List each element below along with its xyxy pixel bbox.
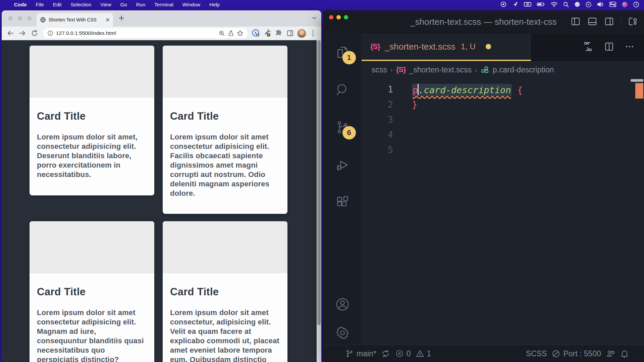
card-title: Card Title (170, 286, 280, 298)
bookmark-star-icon[interactable] (237, 30, 244, 37)
error-count: 0 (407, 349, 411, 358)
toggle-sidebar-icon[interactable] (571, 16, 581, 26)
tab-decoration: 1, U (461, 42, 476, 51)
browser-window: Shorten Text With CSS 127.0.0.1:5500/ind… (2, 10, 321, 362)
scrollbar-thumb[interactable] (317, 40, 321, 325)
clock-icon[interactable] (633, 1, 639, 8)
scrollbar-thumb[interactable] (631, 79, 643, 82)
menu-run[interactable]: Run (136, 2, 146, 7)
warnings-status[interactable]: 1 (416, 349, 431, 358)
control-center-icon[interactable] (609, 1, 616, 7)
run-debug-icon[interactable] (333, 156, 352, 174)
window-close-button[interactable] (8, 16, 13, 20)
window-zoom-button[interactable] (27, 16, 32, 20)
card-title: Card Title (170, 110, 280, 122)
code-editor[interactable]: 1 p.card-description { 2 } 3 4 5 (362, 78, 644, 345)
vscode-title-bar[interactable]: _shorten-text.scss — shorten-text-css (323, 10, 644, 34)
menu-go[interactable]: Go (120, 2, 127, 7)
source-control-icon[interactable]: 6 (333, 118, 352, 137)
siri-icon[interactable] (622, 1, 628, 8)
explorer-icon[interactable]: 1 (333, 43, 352, 62)
menu-view[interactable]: View (100, 2, 111, 7)
page-scrollbar[interactable] (317, 40, 321, 362)
card-image-placeholder (30, 46, 154, 98)
line-number: 1 (362, 84, 393, 95)
code-selector-class: .card-description (418, 85, 511, 95)
chevron-right-icon: › (475, 66, 477, 74)
window-zoom-button[interactable] (344, 15, 348, 19)
overflow-menu-icon[interactable] (308, 28, 318, 38)
menu-selection[interactable]: Selection (71, 2, 92, 7)
window-close-button[interactable] (329, 15, 333, 19)
sync-icon[interactable] (381, 349, 390, 358)
unsaved-dot-icon[interactable] (486, 44, 491, 49)
globe-favicon (40, 17, 46, 23)
live-server-port[interactable]: Port : 5500 (551, 349, 601, 358)
menu-help[interactable]: Help (209, 2, 220, 7)
sass-icon: {S} (396, 65, 406, 74)
wifi-icon[interactable] (550, 1, 558, 7)
more-actions-icon[interactable] (625, 41, 635, 52)
tab-search-chevron-icon[interactable] (312, 16, 317, 20)
breadcrumb-symbol[interactable]: p.card-description (493, 65, 554, 74)
account-icon[interactable] (335, 297, 350, 312)
customize-layout-icon[interactable] (628, 16, 638, 26)
new-tab-button[interactable] (118, 15, 124, 21)
overview-warning-marker (635, 83, 643, 99)
settings-gear-icon[interactable] (335, 325, 350, 340)
address-bar[interactable]: 127.0.0.1:5500/index.html (43, 28, 248, 38)
record-icon[interactable] (500, 1, 507, 8)
menu-window[interactable]: Window (182, 2, 200, 7)
window-minimize-button[interactable] (18, 16, 22, 20)
password-extension-icon[interactable] (251, 28, 261, 38)
page-info-icon[interactable] (47, 30, 53, 36)
feedback-icon[interactable] (606, 349, 615, 358)
window-minimize-button[interactable] (336, 15, 341, 19)
notifications-bell-icon[interactable] (620, 349, 629, 358)
zoom-icon[interactable] (219, 30, 225, 37)
vscode-window-title: _shorten-text.scss — shorten-text-css (410, 17, 556, 27)
language-mode[interactable]: SCSS (526, 349, 547, 358)
share-icon[interactable] (228, 30, 234, 37)
split-editor-icon[interactable] (604, 41, 614, 52)
open-changes-icon[interactable] (582, 41, 594, 52)
menu-edit[interactable]: Edit (53, 2, 62, 7)
toggle-panel-icon[interactable] (587, 16, 597, 26)
git-branch-status[interactable]: main* (345, 349, 376, 358)
battery-icon[interactable] (537, 1, 545, 8)
chevron-right-icon: › (390, 66, 393, 74)
warning-count: 1 (427, 349, 431, 358)
errors-status[interactable]: 0 (395, 349, 411, 358)
back-icon[interactable] (5, 28, 16, 39)
menu-terminal[interactable]: Terminal (154, 2, 173, 7)
profile-avatar[interactable] (297, 28, 307, 38)
side-panel-icon[interactable] (285, 28, 295, 38)
menu-app-code[interactable]: Code (14, 2, 27, 7)
toggle-secondary-sidebar-icon[interactable] (604, 16, 614, 26)
breadcrumb-folder[interactable]: scss (372, 65, 387, 74)
sass-icon: {S} (370, 42, 380, 51)
extensions-icon[interactable] (333, 193, 352, 212)
browser-tab[interactable]: Shorten Text With CSS (37, 13, 113, 26)
play-circle-icon[interactable] (585, 1, 592, 8)
card: Card Title Lorem ipsum dolor sit amet co… (163, 221, 287, 362)
forward-icon[interactable] (17, 28, 28, 39)
port-label: Port : 5500 (563, 349, 601, 358)
search-icon[interactable] (333, 80, 352, 99)
screen-video-icon[interactable] (524, 1, 532, 8)
display-dot-icon[interactable] (574, 1, 580, 7)
extensions-puzzle-icon[interactable] (274, 28, 284, 38)
breadcrumb-file[interactable]: _shorten-text.scss (409, 65, 472, 74)
tab-close-icon[interactable] (106, 18, 110, 22)
volume-icon[interactable] (597, 1, 604, 7)
rocket-icon[interactable] (512, 1, 519, 8)
url-text[interactable]: 127.0.0.1:5500/index.html (56, 30, 216, 36)
editor-tab[interactable]: {S} _shorten-text.scss 1, U (362, 34, 531, 61)
card-image-placeholder (163, 46, 287, 98)
search-icon[interactable] (563, 1, 569, 8)
eyedropper-extension-icon[interactable] (262, 28, 272, 38)
menu-file[interactable]: File (36, 2, 44, 7)
reload-icon[interactable] (29, 28, 40, 39)
card-image-placeholder (30, 221, 154, 273)
card-description: Lorem ipsum dolor sit amet consectetur a… (170, 132, 280, 198)
